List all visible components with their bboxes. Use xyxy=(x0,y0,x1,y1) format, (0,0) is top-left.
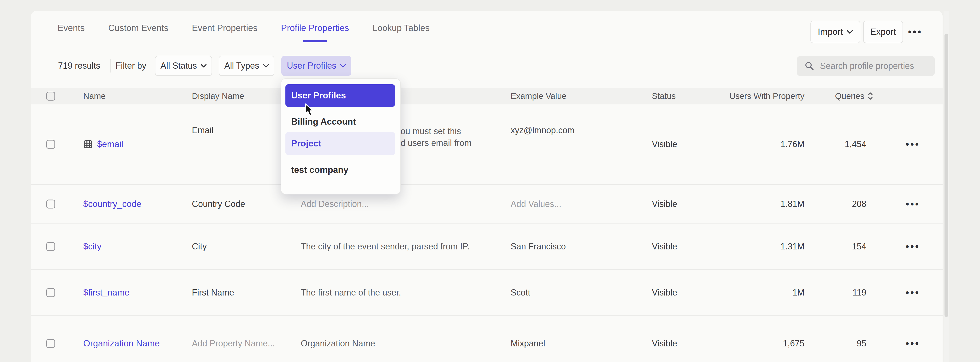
queries-value: 1,454 xyxy=(845,139,866,149)
property-name-link[interactable]: Organization Name xyxy=(83,338,160,349)
queries-value: 95 xyxy=(857,338,866,349)
search-icon xyxy=(804,61,815,71)
status-filter-button[interactable]: All Status xyxy=(155,56,212,76)
status-value: Visible xyxy=(652,241,677,252)
status-value: Visible xyxy=(652,338,677,349)
column-header-queries[interactable]: Queries xyxy=(835,88,873,104)
description-field[interactable]: Add Description... xyxy=(301,199,369,209)
export-button-label: Export xyxy=(870,27,896,37)
sort-icon xyxy=(868,92,873,100)
description-field[interactable]: Organization Name xyxy=(301,338,375,349)
results-count: 719 results xyxy=(58,56,100,76)
checkbox[interactable] xyxy=(46,242,55,251)
more-actions-button[interactable]: ••• xyxy=(901,21,930,43)
example-value-field[interactable]: Add Values... xyxy=(511,199,561,209)
property-name-label: $city xyxy=(83,241,102,252)
import-button-label: Import xyxy=(818,27,843,37)
type-filter-button[interactable]: All Types xyxy=(219,56,274,76)
dropdown-item-user-profiles[interactable]: User Profiles xyxy=(285,84,395,107)
search-input[interactable]: Search profile properties xyxy=(797,56,935,76)
table-row-organization-name: Organization NameAdd Property Name...Org… xyxy=(31,316,943,362)
example-value-field[interactable]: Mixpanel xyxy=(511,338,545,349)
tab-custom-events[interactable]: Custom Events xyxy=(108,11,169,45)
tab-event-properties[interactable]: Event Properties xyxy=(192,11,258,45)
status-value: Visible xyxy=(652,139,677,149)
scrollbar-thumb[interactable] xyxy=(945,33,948,317)
queries-header-label: Queries xyxy=(835,91,864,101)
users-with-property-value: 1.81M xyxy=(780,199,805,209)
property-name-link[interactable]: $city xyxy=(83,241,102,252)
status-value: Visible xyxy=(652,288,677,298)
display-name-field[interactable]: Country Code xyxy=(192,199,245,209)
property-name-label: Organization Name xyxy=(83,338,160,349)
import-button[interactable]: Import xyxy=(810,21,860,43)
chevron-down-icon xyxy=(846,30,853,34)
entity-filter-button[interactable]: User Profiles xyxy=(282,56,352,76)
table-row-city: $cityCityThe city of the event sender, p… xyxy=(31,224,943,270)
chevron-down-icon xyxy=(263,64,269,68)
property-name-link[interactable]: $email xyxy=(83,139,123,149)
example-value-field[interactable]: xyz@lmnop.com xyxy=(511,125,575,136)
column-header-status: Status xyxy=(652,88,676,104)
tab-profile-properties[interactable]: Profile Properties xyxy=(281,11,349,45)
column-header-display-name: Display Name xyxy=(192,88,244,104)
search-placeholder: Search profile properties xyxy=(820,61,914,71)
display-name-field[interactable]: First Name xyxy=(192,288,234,298)
tab-lookup-tables[interactable]: Lookup Tables xyxy=(372,11,430,45)
queries-value: 119 xyxy=(853,288,866,298)
property-name-link[interactable]: $first_name xyxy=(83,288,129,298)
row-checkbox[interactable] xyxy=(46,140,55,149)
users-with-property-value: 1,675 xyxy=(783,338,805,349)
filter-by-label: Filter by xyxy=(116,56,146,76)
tab-events[interactable]: Events xyxy=(57,11,85,45)
filter-bar: 719 results Filter by All Status All Typ… xyxy=(31,56,943,76)
description-fragment: ou must set this xyxy=(401,125,471,137)
checkbox[interactable] xyxy=(46,200,55,209)
description-fragment: d users email from xyxy=(401,137,471,149)
column-header-name: Name xyxy=(83,88,105,104)
export-button[interactable]: Export xyxy=(863,21,903,43)
queries-value: 154 xyxy=(852,241,866,252)
chevron-down-icon xyxy=(340,64,346,68)
row-actions-button[interactable]: ••• xyxy=(906,241,920,252)
display-name-field[interactable]: Email xyxy=(192,125,213,136)
grid-icon xyxy=(83,139,93,149)
description-field[interactable]: ou must set thisd users email from xyxy=(401,125,471,149)
display-name-field[interactable]: City xyxy=(192,241,207,252)
dropdown-item-test-company[interactable]: test company xyxy=(285,158,395,182)
entity-filter-dropdown: User ProfilesBilling AccountProjecttest … xyxy=(281,78,401,195)
row-actions-button[interactable]: ••• xyxy=(906,199,920,210)
table-row-email: $emailEmailou must set thisd users email… xyxy=(31,104,943,185)
select-all-checkbox[interactable] xyxy=(46,88,55,104)
column-header-users-with-property: Users With Property xyxy=(729,88,805,104)
description-field[interactable]: The city of the event sender, parsed fro… xyxy=(301,241,469,252)
checkbox[interactable] xyxy=(46,339,55,348)
row-actions-button[interactable]: ••• xyxy=(906,287,920,298)
property-name-link[interactable]: $country_code xyxy=(83,199,142,209)
type-filter-label: All Types xyxy=(224,61,259,71)
row-actions-button[interactable]: ••• xyxy=(906,139,920,150)
status-value: Visible xyxy=(652,199,677,209)
row-checkbox[interactable] xyxy=(46,200,55,209)
dropdown-item-billing-account[interactable]: Billing Account xyxy=(285,112,395,132)
example-value-field[interactable]: San Francisco xyxy=(511,241,566,252)
example-value-field[interactable]: Scott xyxy=(511,288,530,298)
checkbox[interactable] xyxy=(46,288,55,297)
description-field[interactable]: The first name of the user. xyxy=(301,288,401,298)
checkbox[interactable] xyxy=(46,140,55,149)
row-actions-button[interactable]: ••• xyxy=(906,338,920,349)
divider xyxy=(110,59,111,72)
table-body: $emailEmailou must set thisd users email… xyxy=(31,104,943,362)
queries-value: 208 xyxy=(852,199,866,209)
dropdown-item-project[interactable]: Project xyxy=(285,132,395,155)
row-checkbox[interactable] xyxy=(46,242,55,251)
row-checkbox[interactable] xyxy=(46,288,55,297)
display-name-field[interactable]: Add Property Name... xyxy=(192,338,275,349)
table-header-row: Name Display Name Example Value Status U… xyxy=(31,88,943,104)
row-checkbox[interactable] xyxy=(46,339,55,348)
users-with-property-value: 1M xyxy=(792,288,805,298)
users-with-property-value: 1.76M xyxy=(780,139,805,149)
table-row-first-name: $first_nameFirst NameThe first name of t… xyxy=(31,270,943,316)
users-with-property-value: 1.31M xyxy=(780,241,805,252)
property-name-label: $first_name xyxy=(83,288,129,298)
